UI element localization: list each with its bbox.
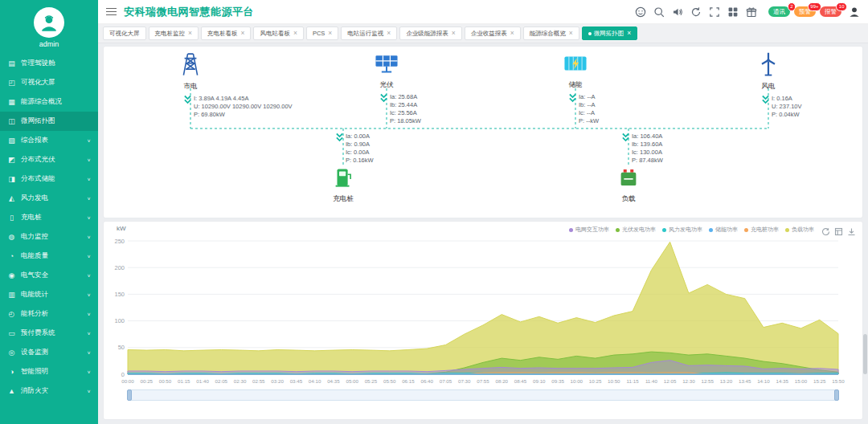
node-pv[interactable]: 光伏: [350, 51, 423, 90]
menu-item-label: 微网拓扑图: [21, 116, 55, 126]
close-icon[interactable]: ×: [188, 30, 192, 37]
search-icon[interactable]: [653, 6, 665, 18]
legend-item[interactable]: 充电桩功率: [744, 226, 779, 234]
tab[interactable]: 充电桩监控 ×: [149, 26, 199, 41]
topology-panel: 市电 光伏 储能: [104, 47, 862, 218]
chevron-down-icon: ∨: [87, 350, 91, 355]
tab[interactable]: PCS ×: [306, 26, 338, 41]
datazoom-right-handle[interactable]: [834, 389, 839, 401]
avatar[interactable]: [34, 7, 64, 38]
close-icon[interactable]: ×: [293, 30, 297, 37]
datazoom-left-handle[interactable]: [127, 389, 132, 401]
svg-text:11:15: 11:15: [627, 378, 640, 384]
legend-item[interactable]: 负载功率: [785, 226, 814, 234]
node-grid[interactable]: 市电: [154, 51, 227, 92]
close-icon[interactable]: ×: [569, 30, 573, 37]
sidebar-item[interactable]: ▦ 能源综合概况 ∨: [0, 92, 98, 112]
svg-text:00:50: 00:50: [159, 378, 172, 384]
svg-text:02:05: 02:05: [215, 378, 228, 384]
legend-item[interactable]: 风力发电功率: [662, 226, 702, 234]
tab[interactable]: 能源综合概览 ×: [523, 26, 579, 41]
menu-item-label: 电能质量: [21, 251, 48, 261]
alarm-badge[interactable]: 预警 99+: [794, 6, 816, 18]
datazoom-slider[interactable]: [128, 389, 838, 401]
legend-item[interactable]: 储能功率: [709, 226, 738, 234]
measurement-value: Ic: 25.56A: [390, 109, 421, 117]
close-icon[interactable]: ×: [452, 30, 456, 37]
legend-item[interactable]: 电网交互功率: [569, 226, 609, 234]
svg-text:15:00: 15:00: [795, 378, 808, 384]
hamburger-menu-icon[interactable]: [106, 8, 117, 16]
measurement-value: Ib: 25.44A: [390, 101, 421, 109]
grid-measurements: I: 3.89A 4.19A 4.45AU: 10290.00V 10290.0…: [184, 95, 293, 119]
sidebar-item[interactable]: ◑ 智能照明 ∨: [0, 362, 98, 381]
legend-item[interactable]: 光伏发电功率: [616, 226, 656, 234]
flow-arrow-icon: [762, 95, 769, 104]
volume-icon[interactable]: [672, 6, 683, 18]
measurement-value: U: 237.10V: [772, 103, 802, 111]
tab[interactable]: 企业收益报表 ×: [465, 26, 521, 41]
node-wind[interactable]: 风电: [732, 51, 805, 92]
flow-arrow-icon: [569, 93, 576, 103]
tab[interactable]: 微网拓扑图 ×: [582, 26, 637, 41]
main-column: 安科瑞微电网智慧能源平台 通讯 2 预警 99+: [98, 0, 868, 424]
sidebar-item[interactable]: ▲ 消防火灾 ∨: [0, 381, 98, 401]
download-icon[interactable]: [847, 225, 856, 234]
page-scrollbar[interactable]: [863, 334, 867, 374]
menu-item-label: 能源综合概况: [21, 97, 62, 107]
sidebar-item[interactable]: ◭ 风力发电 ∨: [0, 189, 98, 208]
flow-arrow-icon: [184, 95, 191, 104]
close-icon[interactable]: ×: [510, 30, 514, 37]
user-avatar-icon[interactable]: [849, 6, 860, 18]
sidebar-item[interactable]: ▯ 充电桩 ∨: [0, 208, 98, 227]
svg-text:07:30: 07:30: [458, 378, 471, 384]
node-load[interactable]: 负载: [592, 165, 665, 204]
tab[interactable]: 风电站看板 ×: [253, 26, 303, 41]
sidebar-item[interactable]: ◔ 电能质量 ∨: [0, 247, 98, 266]
tab[interactable]: 可视化大屏 ×: [103, 26, 146, 40]
svg-text:01:40: 01:40: [196, 378, 209, 384]
close-icon[interactable]: ×: [627, 30, 631, 37]
sidebar-item[interactable]: ◴ 能耗分析 ∨: [0, 304, 98, 324]
tab[interactable]: 电站运行监视 ×: [341, 26, 397, 41]
sidebar-item[interactable]: ◩ 分布式光伏 ∨: [0, 150, 98, 169]
sidebar-item[interactable]: ▧ 综合报表 ∨: [0, 131, 98, 150]
sidebar-item[interactable]: ◫ 微网拓扑图 ∨: [0, 112, 98, 131]
node-charger[interactable]: 充电桩: [307, 165, 379, 204]
sidebar-item[interactable]: ◰ 可视化大屏 ∨: [0, 73, 98, 92]
alarm-badge[interactable]: 报警 10: [820, 6, 841, 18]
menu-item-icon: ▤: [7, 59, 16, 67]
svg-text:04:35: 04:35: [327, 378, 340, 384]
menu-item-label: 分布式光伏: [21, 155, 55, 165]
measurement-value: Ia: 25.68A: [390, 93, 421, 101]
sidebar-item[interactable]: ▥ 电能统计 ∨: [0, 285, 98, 304]
restore-icon[interactable]: [821, 225, 830, 234]
sidebar-item[interactable]: ◍ 电力监控 ∨: [0, 227, 98, 247]
sidebar-item[interactable]: ◎ 设备监测 ∨: [0, 343, 98, 362]
sidebar-item[interactable]: ◨ 分布式储能 ∨: [0, 169, 98, 189]
wind-turbine-icon: [756, 51, 780, 77]
close-icon[interactable]: ×: [328, 30, 332, 37]
close-icon[interactable]: ×: [387, 30, 391, 37]
storage-measurements: Ia: --AIb: --AIc: --AP: --kW: [569, 93, 599, 125]
sidebar-item[interactable]: ◉ 电气安全 ∨: [0, 266, 98, 285]
measurement-value: Ia: --A: [579, 93, 599, 101]
sidebar-item[interactable]: ▭ 预付费系统 ∨: [0, 324, 98, 343]
tab[interactable]: 充电桩看板 ×: [201, 26, 251, 41]
fullscreen-icon[interactable]: [709, 6, 720, 18]
gift-icon[interactable]: [746, 6, 757, 18]
node-storage[interactable]: 储能: [539, 51, 612, 90]
tab[interactable]: 企业级能源报表 ×: [399, 26, 461, 41]
legend-label: 电网交互功率: [575, 226, 609, 234]
flow-arrow-icon: [380, 93, 387, 103]
refresh-icon[interactable]: [690, 6, 702, 18]
measurement-value: P: 69.80kW: [194, 111, 293, 119]
smiley-icon[interactable]: [635, 6, 646, 18]
tab-label: 企业级能源报表: [406, 31, 448, 37]
alarm-badge[interactable]: 通讯 2: [768, 6, 790, 18]
close-icon[interactable]: ×: [240, 30, 244, 37]
apps-grid-icon[interactable]: [727, 6, 739, 18]
dataview-icon[interactable]: [834, 225, 843, 234]
tab-label: 微网拓扑图: [594, 31, 624, 37]
sidebar-item[interactable]: ▤ 管理驾驶舱 ∨: [0, 54, 98, 73]
